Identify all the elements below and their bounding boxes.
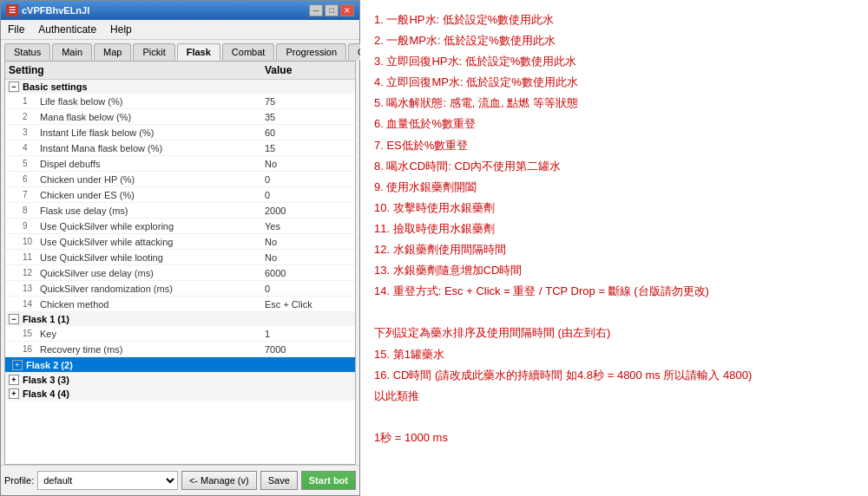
bottom-bar: Profile: default <- Manage (v) Save Star…: [1, 465, 359, 495]
row-value: Esc + Click: [265, 299, 352, 310]
tab-map[interactable]: Map: [94, 43, 131, 61]
table-row[interactable]: 16 Recovery time (ms) 7000: [5, 342, 355, 357]
tab-flask[interactable]: Flask: [177, 43, 220, 61]
table-row[interactable]: 7 Chicken under ES (%) 0: [5, 187, 355, 203]
instruction-9: 9. 使用水銀藥劑開闔: [374, 178, 854, 197]
instruction-11: 11. 撿取時使用水銀藥劑: [374, 219, 854, 238]
instruction-18: 以此類推: [374, 387, 854, 406]
save-button[interactable]: Save: [260, 471, 298, 490]
row-num: 6: [23, 174, 40, 184]
maximize-button[interactable]: □: [325, 4, 339, 16]
row-value: No: [265, 237, 352, 247]
expand-flask2-icon[interactable]: +: [12, 360, 23, 370]
table-header: Setting Value: [5, 62, 355, 80]
row-name: Use QuickSilver while looting: [40, 252, 265, 263]
row-value: 0: [265, 190, 352, 200]
instruction-gap2: [374, 408, 854, 427]
header-value: Value: [265, 64, 352, 76]
tab-main[interactable]: Main: [52, 43, 92, 61]
table-row[interactable]: 15 Key 1: [5, 326, 355, 342]
row-name: Recovery time (ms): [40, 344, 265, 355]
instruction-12: 12. 水銀藥劑使用間隔時間: [374, 240, 854, 259]
tab-pickit[interactable]: Pickit: [133, 43, 174, 61]
app-icon: ☰: [6, 4, 18, 16]
row-num: 12: [23, 268, 40, 277]
row-num: 5: [23, 159, 40, 168]
row-name: Use QuickSilver while attacking: [40, 237, 265, 247]
row-num: 11: [23, 252, 40, 262]
row-num: 15: [23, 329, 40, 338]
expand-flask3-icon[interactable]: +: [9, 375, 19, 385]
table-row[interactable]: 8 Flask use delay (ms) 2000: [5, 203, 355, 219]
title-controls: ─ □ ✕: [309, 4, 354, 16]
row-name: Instant Life flask below (%): [40, 127, 265, 138]
tab-status[interactable]: Status: [4, 43, 50, 61]
title-bar: ☰ cVPFBhvELnJI ─ □ ✕: [1, 1, 359, 20]
expand-flask4-icon[interactable]: +: [9, 388, 19, 399]
instruction-5: 5. 喝水解狀態: 感電, 流血, 點燃 等等狀態: [374, 94, 854, 113]
close-button[interactable]: ✕: [340, 4, 354, 16]
group-basic-settings[interactable]: − Basic settings: [5, 80, 355, 94]
group-flask1-label: Flask 1 (1): [23, 314, 69, 324]
instruction-10: 10. 攻擊時使用水銀藥劑: [374, 199, 854, 218]
table-row[interactable]: 9 Use QuickSilver while exploring Yes: [5, 219, 355, 234]
table-row[interactable]: 5 Dispel debuffs No: [5, 156, 355, 172]
row-value: 15: [265, 143, 352, 153]
profile-select[interactable]: default: [37, 471, 178, 490]
expand-flask1-icon[interactable]: −: [9, 314, 19, 324]
table-row[interactable]: 12 QuickSilver use delay (ms) 6000: [5, 265, 355, 281]
table-row[interactable]: 11 Use QuickSilver while looting No: [5, 250, 355, 265]
row-value: 75: [265, 96, 352, 107]
window-title: cVPFBhvELnJI: [22, 5, 89, 16]
table-row[interactable]: 3 Instant Life flask below (%) 60: [5, 125, 355, 140]
table-row[interactable]: 4 Instant Mana flask below (%) 15: [5, 140, 355, 156]
menu-help[interactable]: Help: [107, 22, 135, 37]
row-num: 8: [23, 206, 40, 215]
group-flask3[interactable]: + Flask 3 (3): [5, 373, 355, 387]
table-row[interactable]: 1 Life flask below (%) 75: [5, 94, 355, 109]
table-row[interactable]: 6 Chicken under HP (%) 0: [5, 172, 355, 187]
group-flask2[interactable]: + Flask 2 (2): [5, 357, 355, 373]
instruction-16: 15. 第1罐藥水: [374, 345, 854, 364]
menu-authenticate[interactable]: Authenticate: [35, 22, 100, 37]
instruction-15: 下列設定為藥水排序及使用間隔時間 (由左到右): [374, 323, 854, 343]
row-num: 9: [23, 221, 40, 231]
row-value: 0: [265, 284, 352, 294]
row-name: QuickSilver use delay (ms): [40, 268, 265, 278]
row-value: 0: [265, 174, 352, 185]
row-value: 60: [265, 127, 352, 138]
instruction-17: 16. CD時間 (請改成此藥水的持續時間 如4.8秒 = 4800 ms 所以…: [374, 366, 854, 385]
manage-button[interactable]: <- Manage (v): [181, 471, 257, 490]
table-row[interactable]: 14 Chicken method Esc + Click: [5, 297, 355, 312]
group-flask4[interactable]: + Flask 4 (4): [5, 387, 355, 401]
row-name: Dispel debuffs: [40, 159, 265, 169]
group-flask4-label: Flask 4 (4): [23, 388, 69, 399]
instruction-7: 7. ES低於%數重登: [374, 136, 854, 155]
tab-combat[interactable]: Combat: [222, 43, 275, 61]
start-bot-button[interactable]: Start bot: [301, 471, 356, 490]
row-value: Yes: [265, 221, 352, 232]
instruction-19: 1秒 = 1000 ms: [374, 428, 854, 447]
expand-basic-icon[interactable]: −: [9, 82, 19, 92]
title-bar-left: ☰ cVPFBhvELnJI: [6, 4, 89, 16]
instruction-1: 1. 一般HP水: 低於設定%數使用此水: [374, 10, 854, 29]
row-num: 3: [23, 127, 40, 137]
table-row[interactable]: 2 Mana flask below (%) 35: [5, 109, 355, 125]
row-value: No: [265, 159, 352, 169]
row-name: Key: [40, 329, 265, 339]
table-body[interactable]: − Basic settings 1 Life flask below (%) …: [5, 80, 355, 464]
row-value: 1: [265, 329, 352, 339]
row-num: 4: [23, 143, 40, 153]
row-name: Instant Mana flask below (%): [40, 143, 265, 153]
group-flask1[interactable]: − Flask 1 (1): [5, 312, 355, 326]
tab-progression[interactable]: Progression: [276, 43, 346, 61]
table-row[interactable]: 10 Use QuickSilver while attacking No: [5, 234, 355, 250]
menu-file[interactable]: File: [4, 22, 28, 37]
row-name: Chicken under HP (%): [40, 174, 265, 185]
table-row[interactable]: 13 QuickSilver randomization (ms) 0: [5, 281, 355, 297]
main-window: ☰ cVPFBhvELnJI ─ □ ✕ File Authenticate H…: [0, 0, 360, 496]
profile-label: Profile:: [4, 475, 34, 486]
content-area: Setting Value − Basic settings 1 Life fl…: [4, 61, 356, 465]
row-name: Use QuickSilver while exploring: [40, 221, 265, 232]
minimize-button[interactable]: ─: [309, 4, 323, 16]
